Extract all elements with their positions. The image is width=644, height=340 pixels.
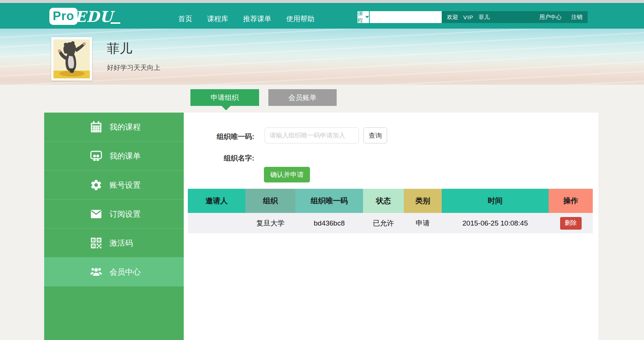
mail-icon bbox=[89, 207, 103, 221]
nav-home[interactable]: 首页 bbox=[178, 14, 192, 24]
column-header-status: 状态 bbox=[363, 189, 404, 213]
welcome-text: 欢迎 bbox=[447, 14, 458, 21]
logout-link[interactable]: 注销 bbox=[571, 14, 582, 21]
cell-org: 复旦大学 bbox=[245, 213, 295, 233]
vip-badge: VIP bbox=[463, 14, 473, 20]
username-link[interactable]: 菲儿 bbox=[478, 14, 490, 21]
cell-time: 2015-06-25 10:08:45 bbox=[442, 213, 549, 233]
sidebar: 我的课程我的课单账号设置订阅设置激活码会员中心 bbox=[44, 113, 184, 340]
users-icon bbox=[89, 265, 103, 279]
delete-button[interactable]: 删除 bbox=[560, 217, 582, 230]
org-code-label: 组织唯一码: bbox=[199, 132, 254, 142]
column-header-category: 类别 bbox=[404, 189, 442, 213]
qrcode-icon bbox=[89, 236, 103, 250]
column-header-code: 组织唯一码 bbox=[295, 189, 363, 213]
sidebar-item-account-settings[interactable]: 账号设置 bbox=[44, 171, 184, 200]
avatar bbox=[51, 37, 92, 81]
cell-action: 删除 bbox=[549, 213, 593, 233]
nav-course-library[interactable]: 课程库 bbox=[207, 14, 228, 24]
table-header-row: 邀请人组织组织唯一码状态类别时间操作 bbox=[188, 189, 593, 213]
avatar-image bbox=[53, 39, 90, 78]
user-center-link[interactable]: 用户中心 bbox=[539, 14, 562, 21]
search-category-dropdown[interactable]: 课程 bbox=[357, 11, 369, 23]
tab-apply-organization[interactable]: 申请组织 bbox=[190, 89, 259, 106]
content-panel: 组织唯一码: 查询 组织名字: 确认并申请 邀请人组织组织唯一码状态类别时间操作… bbox=[184, 113, 598, 340]
sidebar-item-label: 我的课单 bbox=[109, 151, 141, 161]
user-bar: 欢迎 VIP 菲儿 用户中心 注销 bbox=[442, 11, 588, 23]
sidebar-item-subscription-settings[interactable]: 订阅设置 bbox=[44, 200, 184, 229]
search-input[interactable] bbox=[372, 14, 446, 20]
sidebar-item-my-courses[interactable]: 我的课程 bbox=[44, 113, 184, 142]
navbar: Pro EDU 首页课程库推荐课单使用帮助 课程 欢迎 VIP 菲儿 用户中心 … bbox=[0, 3, 644, 29]
nav-help[interactable]: 使用帮助 bbox=[286, 14, 314, 24]
tab-member-bill[interactable]: 会员账单 bbox=[268, 89, 337, 106]
table-body: 复旦大学bd436bc8已允许申请2015-06-25 10:08:45删除 bbox=[188, 213, 593, 233]
top-border-strip bbox=[0, 0, 644, 3]
main-nav: 首页课程库推荐课单使用帮助 bbox=[178, 6, 314, 32]
logo[interactable]: Pro EDU bbox=[49, 8, 120, 25]
logo-pro-badge: Pro bbox=[49, 8, 78, 25]
confirm-apply-button[interactable]: 确认并申请 bbox=[264, 167, 310, 182]
cell-inviter bbox=[188, 213, 245, 233]
table-row: 复旦大学bd436bc8已允许申请2015-06-25 10:08:45删除 bbox=[188, 213, 593, 233]
profile-banner bbox=[0, 29, 644, 85]
org-name-label: 组织名字: bbox=[199, 153, 254, 163]
playlist-icon bbox=[89, 149, 103, 163]
column-header-inviter: 邀请人 bbox=[188, 189, 245, 213]
sidebar-item-my-course-lists[interactable]: 我的课单 bbox=[44, 142, 184, 171]
logo-underline bbox=[111, 22, 120, 24]
sidebar-item-label: 我的课程 bbox=[109, 122, 141, 132]
profile-motto: 好好学习天天向上 bbox=[107, 63, 160, 72]
cell-category: 申请 bbox=[404, 213, 442, 233]
active-tab-arrow bbox=[222, 106, 231, 110]
sidebar-item-member-center[interactable]: 会员中心 bbox=[44, 258, 184, 286]
column-header-action: 操作 bbox=[549, 189, 593, 213]
query-button[interactable]: 查询 bbox=[363, 127, 387, 143]
sidebar-item-label: 激活码 bbox=[109, 238, 133, 248]
cell-code: bd436bc8 bbox=[295, 213, 363, 233]
sidebar-item-activation-code[interactable]: 激活码 bbox=[44, 229, 184, 258]
chevron-down-icon bbox=[365, 16, 369, 18]
gear-icon bbox=[89, 178, 103, 192]
sidebar-item-label: 订阅设置 bbox=[109, 209, 141, 219]
logo-edu-text: EDU bbox=[75, 8, 113, 25]
search-category-label: 课程 bbox=[357, 10, 363, 24]
column-header-org: 组织 bbox=[245, 189, 295, 213]
search-box: 课程 bbox=[357, 11, 436, 23]
nav-recommended-lists[interactable]: 推荐课单 bbox=[243, 14, 271, 24]
cell-status: 已允许 bbox=[363, 213, 404, 233]
org-code-input[interactable] bbox=[265, 127, 359, 143]
sidebar-item-label: 账号设置 bbox=[109, 180, 141, 190]
applications-table: 邀请人组织组织唯一码状态类别时间操作 复旦大学bd436bc8已允许申请2015… bbox=[188, 189, 593, 233]
calendar-icon bbox=[89, 120, 103, 134]
sidebar-item-label: 会员中心 bbox=[109, 267, 141, 277]
profile-name: 菲儿 bbox=[107, 40, 132, 57]
column-header-time: 时间 bbox=[442, 189, 549, 213]
